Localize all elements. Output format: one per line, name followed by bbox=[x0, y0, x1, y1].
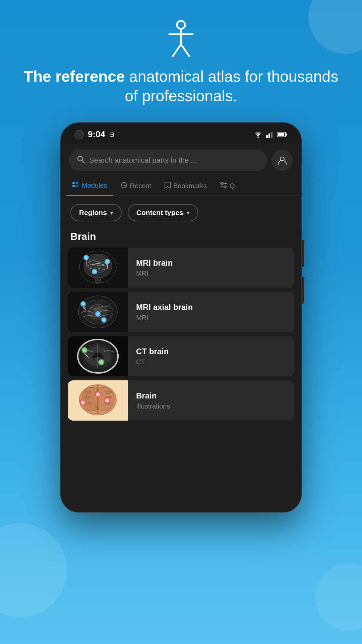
filter-icon bbox=[220, 182, 227, 190]
tab-recent[interactable]: Recent bbox=[115, 176, 157, 196]
module-thumb-mri-axial-brain bbox=[68, 292, 128, 332]
carrier-icon: ⊟ bbox=[109, 131, 114, 138]
svg-point-65 bbox=[82, 348, 86, 352]
svg-point-36 bbox=[84, 256, 88, 259]
module-thumb-ct-brain bbox=[68, 336, 128, 376]
svg-point-42 bbox=[93, 270, 96, 273]
tab-bookmarks-label: Bookmarks bbox=[173, 182, 207, 190]
header-section: The reference anatomical atlas for thous… bbox=[0, 0, 362, 122]
svg-point-75 bbox=[81, 400, 85, 405]
module-subtitle-mri-brain: MRI bbox=[136, 270, 286, 277]
wifi-icon bbox=[253, 131, 263, 138]
bg-decoration-bottom-right bbox=[315, 564, 362, 631]
svg-point-54 bbox=[102, 318, 106, 322]
app-content: Search anatomical parts in the ... bbox=[61, 143, 301, 512]
svg-point-33 bbox=[88, 256, 108, 273]
svg-rect-8 bbox=[271, 132, 273, 138]
module-card-mri-axial-brain[interactable]: MRI axial brain MRI bbox=[68, 292, 294, 332]
signal-icon bbox=[266, 131, 274, 138]
phone-mockup: 9:04 ⊟ bbox=[60, 122, 302, 513]
side-button-volume-down bbox=[302, 277, 304, 304]
phone-frame: 9:04 ⊟ bbox=[60, 122, 302, 513]
section-brain-heading: Brain bbox=[61, 228, 301, 248]
front-camera bbox=[74, 130, 84, 139]
svg-line-23 bbox=[124, 185, 125, 186]
module-info-brain-illustration: Brain Illustrations bbox=[128, 384, 294, 417]
svg-point-5 bbox=[257, 137, 259, 138]
tab-bar: Modules Recent bbox=[61, 176, 301, 196]
tagline: The reference anatomical atlas for thous… bbox=[0, 67, 362, 106]
tab-modules-label: Modules bbox=[82, 182, 107, 190]
content-types-filter-button[interactable]: Content types ▾ bbox=[128, 204, 198, 221]
content-types-label: Content types bbox=[136, 209, 183, 217]
svg-rect-20 bbox=[75, 186, 78, 187]
bookmarks-icon bbox=[165, 182, 171, 190]
avatar-button[interactable] bbox=[272, 150, 293, 171]
svg-point-61 bbox=[92, 356, 96, 358]
svg-point-52 bbox=[96, 312, 100, 316]
svg-line-13 bbox=[82, 161, 84, 163]
side-button-volume-up bbox=[302, 240, 304, 267]
svg-rect-11 bbox=[286, 133, 287, 136]
search-bar[interactable]: Search anatomical parts in the ... bbox=[69, 150, 267, 171]
svg-point-72 bbox=[94, 387, 114, 411]
svg-rect-7 bbox=[268, 133, 270, 138]
battery-icon bbox=[277, 131, 288, 138]
svg-point-49 bbox=[81, 302, 85, 306]
tagline-bold: The reference bbox=[24, 68, 125, 85]
svg-point-39 bbox=[106, 260, 109, 263]
svg-point-62 bbox=[100, 356, 104, 358]
svg-rect-18 bbox=[75, 183, 78, 184]
module-info-mri-axial-brain: MRI axial brain MRI bbox=[128, 296, 294, 328]
module-thumb-mri-brain bbox=[68, 248, 128, 288]
svg-rect-16 bbox=[72, 185, 75, 187]
module-card-ct-brain[interactable]: CT brain CT bbox=[68, 336, 294, 376]
status-time: 9:04 bbox=[88, 129, 105, 140]
svg-point-0 bbox=[177, 21, 185, 29]
regions-chevron-icon: ▾ bbox=[110, 210, 113, 216]
tab-filter-label: Q bbox=[230, 182, 235, 190]
svg-rect-15 bbox=[72, 182, 75, 184]
svg-point-79 bbox=[105, 398, 109, 402]
camera-lens bbox=[77, 132, 81, 137]
search-placeholder-text: Search anatomical parts in the ... bbox=[89, 156, 197, 165]
module-subtitle-mri-axial-brain: MRI bbox=[136, 314, 286, 322]
regions-label: Regions bbox=[79, 209, 107, 217]
module-card-mri-brain[interactable]: MRI brain MRI bbox=[68, 248, 294, 288]
module-thumb-brain-illustration bbox=[68, 380, 128, 421]
bg-decoration-bottom-left bbox=[0, 523, 67, 617]
svg-rect-17 bbox=[75, 182, 79, 183]
filter-area: Regions ▾ Content types ▾ bbox=[61, 196, 301, 228]
module-list: MRI brain MRI bbox=[61, 248, 301, 421]
svg-rect-34 bbox=[95, 277, 101, 284]
module-title-ct-brain: CT brain bbox=[136, 347, 286, 356]
tab-modules[interactable]: Modules bbox=[66, 176, 113, 196]
modules-icon bbox=[72, 182, 79, 190]
regions-filter-button[interactable]: Regions ▾ bbox=[70, 204, 122, 221]
svg-point-77 bbox=[96, 392, 100, 396]
module-title-mri-axial-brain: MRI axial brain bbox=[136, 303, 286, 312]
svg-line-3 bbox=[173, 44, 181, 56]
status-bar-right bbox=[253, 131, 288, 138]
recent-icon bbox=[121, 182, 127, 190]
tab-filter-search[interactable]: Q bbox=[214, 177, 241, 195]
search-icon bbox=[77, 156, 84, 165]
module-info-mri-brain: MRI brain MRI bbox=[128, 252, 294, 284]
search-area[interactable]: Search anatomical parts in the ... bbox=[61, 143, 301, 176]
module-subtitle-ct-brain: CT bbox=[136, 358, 286, 366]
human-figure-icon bbox=[166, 20, 196, 57]
module-card-brain-illustration[interactable]: Brain Illustrations bbox=[68, 380, 294, 421]
content-types-chevron-icon: ▾ bbox=[187, 210, 189, 216]
tab-recent-label: Recent bbox=[130, 182, 151, 190]
svg-point-68 bbox=[99, 360, 103, 364]
svg-line-4 bbox=[181, 44, 189, 56]
svg-rect-10 bbox=[278, 133, 284, 136]
module-title-brain-illustration: Brain bbox=[136, 391, 286, 400]
module-info-ct-brain: CT brain CT bbox=[128, 340, 294, 373]
svg-rect-6 bbox=[266, 135, 268, 138]
tab-bookmarks[interactable]: Bookmarks bbox=[159, 176, 213, 196]
svg-rect-19 bbox=[75, 185, 79, 186]
module-subtitle-brain-illustration: Illustrations bbox=[136, 402, 286, 410]
status-bar: 9:04 ⊟ bbox=[61, 123, 301, 143]
status-bar-left: 9:04 ⊟ bbox=[74, 129, 114, 140]
